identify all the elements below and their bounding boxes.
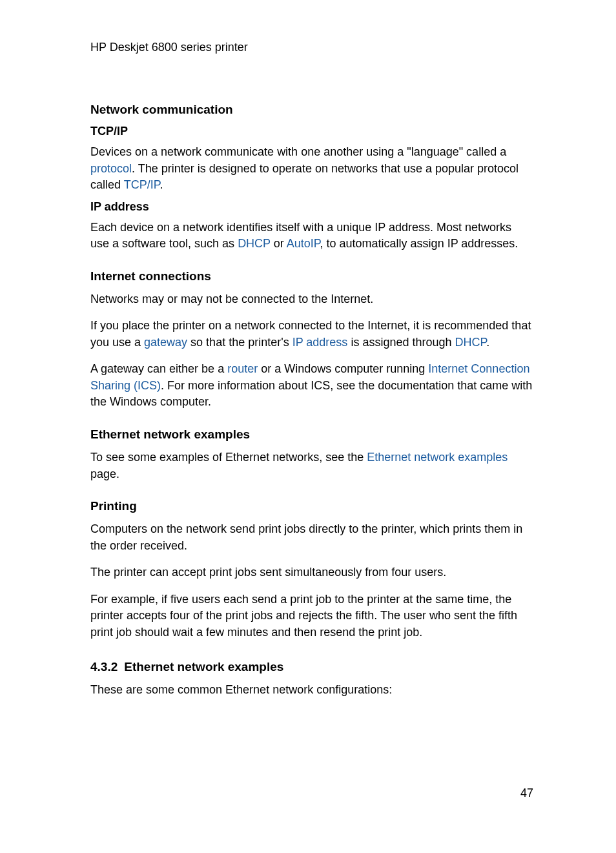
link-dhcp[interactable]: DHCP — [238, 237, 271, 250]
page-number: 47 — [520, 786, 533, 800]
text: page. — [90, 468, 119, 480]
link-dhcp[interactable]: DHCP — [455, 336, 486, 349]
heading-network-communication: Network communication — [90, 103, 533, 117]
paragraph-printing-3: For example, if five users each send a p… — [90, 591, 533, 641]
paragraph-internet-1: Networks may or may not be connected to … — [90, 291, 533, 308]
text: . — [159, 178, 163, 191]
text: . — [486, 336, 489, 349]
link-autoip[interactable]: AutoIP — [287, 237, 320, 250]
link-ethernet-examples[interactable]: Ethernet network examples — [367, 451, 508, 464]
section-title: Ethernet network examples — [124, 660, 283, 673]
text: is assigned through — [347, 336, 455, 349]
text: To see some examples of Ethernet network… — [90, 451, 367, 464]
link-tcpip[interactable]: TCP/IP — [124, 178, 160, 191]
text: Devices on a network communicate with on… — [90, 145, 506, 158]
paragraph-printing-2: The printer can accept print jobs sent s… — [90, 564, 533, 581]
text: A gateway can either be a — [90, 362, 227, 375]
paragraph-ethernet-examples: To see some examples of Ethernet network… — [90, 449, 533, 482]
heading-section-432: 4.3.2Ethernet network examples — [90, 660, 533, 674]
page-header-title: HP Deskjet 6800 series printer — [90, 41, 533, 54]
text: or — [271, 237, 287, 250]
heading-tcpip: TCP/IP — [90, 125, 533, 138]
paragraph-section-432: These are some common Ethernet network c… — [90, 682, 533, 699]
text: so that the printer's — [187, 336, 293, 349]
paragraph-ip-address: Each device on a network identifies itse… — [90, 220, 533, 252]
text: , to automatically assign IP addresses. — [320, 237, 518, 250]
paragraph-printing-1: Computers on the network send print jobs… — [90, 521, 533, 554]
link-router[interactable]: router — [227, 362, 258, 375]
heading-ip-address: IP address — [90, 200, 533, 214]
heading-internet-connections: Internet connections — [90, 269, 533, 283]
heading-ethernet-examples: Ethernet network examples — [90, 427, 533, 442]
paragraph-internet-3: A gateway can either be a router or a Wi… — [90, 361, 533, 411]
document-page: HP Deskjet 6800 series printer Network c… — [0, 0, 616, 699]
link-gateway[interactable]: gateway — [144, 336, 187, 349]
section-number: 4.3.2 — [90, 660, 118, 673]
heading-printing: Printing — [90, 499, 533, 513]
link-protocol[interactable]: protocol — [90, 162, 132, 175]
paragraph-tcpip: Devices on a network communicate with on… — [90, 144, 533, 194]
paragraph-internet-2: If you place the printer on a network co… — [90, 318, 533, 351]
text: or a Windows computer running — [258, 362, 428, 375]
link-ip-address[interactable]: IP address — [293, 336, 348, 349]
